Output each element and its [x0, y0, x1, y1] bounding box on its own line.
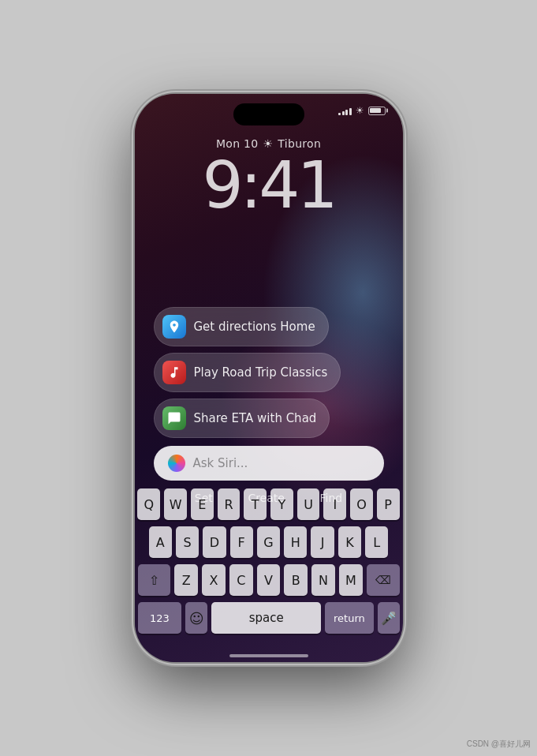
- siri-suggestions-area: Get directions Home Play Road Trip Class…: [135, 307, 403, 509]
- signal-icon: [338, 107, 352, 115]
- key-p[interactable]: P: [377, 488, 400, 520]
- suggestion-directions-label: Get directions Home: [194, 320, 315, 334]
- maps-icon: [162, 315, 186, 339]
- key-h[interactable]: H: [284, 526, 307, 558]
- key-n[interactable]: N: [311, 564, 335, 596]
- key-q[interactable]: Q: [137, 488, 160, 520]
- key-g[interactable]: G: [257, 526, 280, 558]
- delete-key[interactable]: ⌫: [367, 564, 400, 596]
- key-d[interactable]: D: [203, 526, 226, 558]
- key-t[interactable]: T: [244, 488, 267, 520]
- key-u[interactable]: U: [297, 488, 320, 520]
- return-key[interactable]: return: [325, 602, 373, 634]
- suggestion-messages-label: Share ETA with Chad: [194, 411, 317, 425]
- key-j[interactable]: J: [311, 526, 334, 558]
- lockscreen-top: Mon 10 ☀️ Tiburon 9:41: [135, 137, 403, 218]
- key-m[interactable]: M: [339, 564, 363, 596]
- key-r[interactable]: R: [218, 488, 241, 520]
- keyboard: Q W E R T Y U I O P A S D F G H J K L ⇧ …: [135, 488, 403, 640]
- siri-input-row[interactable]: Ask Siri...: [154, 446, 384, 481]
- suggestion-music-label: Play Road Trip Classics: [194, 365, 328, 380]
- keyboard-row-bottom: 123 ☺ space return 🎤: [138, 602, 400, 634]
- keyboard-row-3: ⇧ Z X C V B N M ⌫: [138, 564, 400, 596]
- music-icon: [162, 361, 186, 384]
- phone-device: ☀ Mon 10 ☀️ Tiburon 9:41 Get directions …: [135, 94, 403, 662]
- key-l[interactable]: L: [365, 526, 388, 558]
- key-s[interactable]: S: [176, 526, 199, 558]
- shift-key[interactable]: ⇧: [138, 564, 171, 596]
- suggestion-music[interactable]: Play Road Trip Classics: [154, 353, 341, 392]
- suggestion-directions[interactable]: Get directions Home: [154, 307, 329, 346]
- messages-icon: [162, 406, 186, 430]
- key-x[interactable]: X: [202, 564, 226, 596]
- key-e[interactable]: E: [191, 488, 214, 520]
- battery-icon: [368, 107, 386, 115]
- key-c[interactable]: C: [229, 564, 253, 596]
- home-indicator: [229, 654, 308, 657]
- key-f[interactable]: F: [230, 526, 253, 558]
- key-w[interactable]: W: [164, 488, 187, 520]
- key-k[interactable]: K: [338, 526, 361, 558]
- keyboard-row-1: Q W E R T Y U I O P: [138, 488, 400, 520]
- key-i[interactable]: I: [323, 488, 346, 520]
- space-key[interactable]: space: [211, 602, 321, 634]
- dynamic-island: [233, 103, 304, 125]
- siri-placeholder: Ask Siri...: [193, 456, 370, 470]
- key-a[interactable]: A: [149, 526, 172, 558]
- watermark: CSDN @喜好儿网: [467, 739, 531, 750]
- key-b[interactable]: B: [284, 564, 308, 596]
- lock-time: 9:41: [135, 153, 403, 218]
- key-z[interactable]: Z: [174, 564, 198, 596]
- key-o[interactable]: O: [350, 488, 373, 520]
- siri-orb-icon: [168, 455, 185, 472]
- key-v[interactable]: V: [257, 564, 281, 596]
- emoji-key[interactable]: ☺: [185, 602, 207, 634]
- suggestion-messages[interactable]: Share ETA with Chad: [154, 399, 330, 438]
- key-y[interactable]: Y: [270, 488, 293, 520]
- wifi-icon: ☀: [356, 105, 364, 116]
- keyboard-row-2: A S D F G H J K L: [138, 526, 400, 558]
- dictate-key[interactable]: 🎤: [378, 602, 400, 634]
- key-123[interactable]: 123: [138, 602, 182, 634]
